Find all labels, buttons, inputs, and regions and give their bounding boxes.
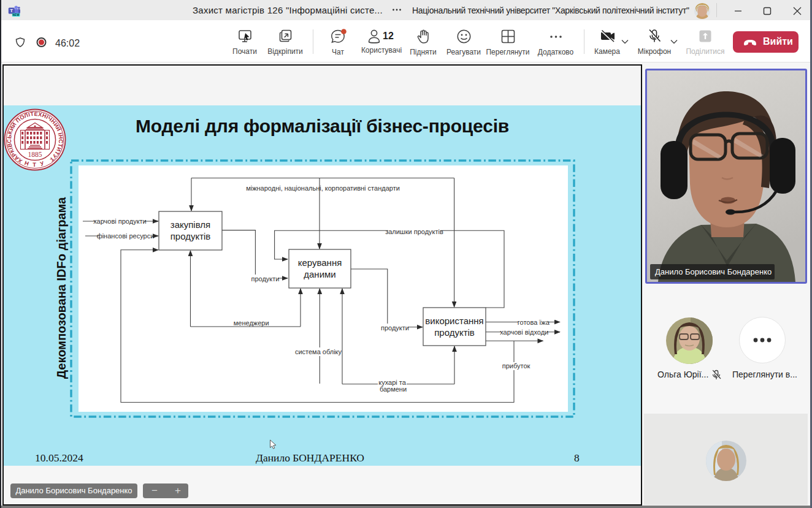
svg-text:закупівля: закупівля: [170, 219, 210, 230]
svg-text:керування: керування: [298, 257, 342, 268]
svg-text:міжнародні, національні, корпо: міжнародні, національні, корпоративні ст…: [246, 184, 400, 192]
svg-text:залишки продуктів: залишки продуктів: [385, 228, 443, 235]
svg-text:фінансові ресурси: фінансові ресурси: [97, 232, 155, 240]
svg-text:прибуток: прибуток: [502, 362, 530, 370]
svg-text:продукти: продукти: [381, 324, 409, 332]
svg-text:продукти: продукти: [251, 275, 280, 282]
svg-text:готова їжа: готова їжа: [518, 319, 550, 326]
svg-text:система обліку: система обліку: [295, 348, 342, 355]
svg-text:1885: 1885: [28, 151, 42, 158]
svg-text:харчові продукти: харчові продукти: [93, 218, 147, 225]
svg-text:харчові відходи: харчові відходи: [500, 328, 548, 336]
svg-text:NEW: NEW: [12, 13, 20, 17]
svg-text:продуктів: продуктів: [170, 231, 211, 241]
svg-text:бармени: бармени: [380, 385, 407, 393]
svg-text:даними: даними: [304, 269, 335, 279]
svg-text:менеджери: менеджери: [234, 319, 269, 327]
svg-text:використання: використання: [425, 316, 483, 326]
svg-text:продуктів: продуктів: [434, 327, 475, 338]
